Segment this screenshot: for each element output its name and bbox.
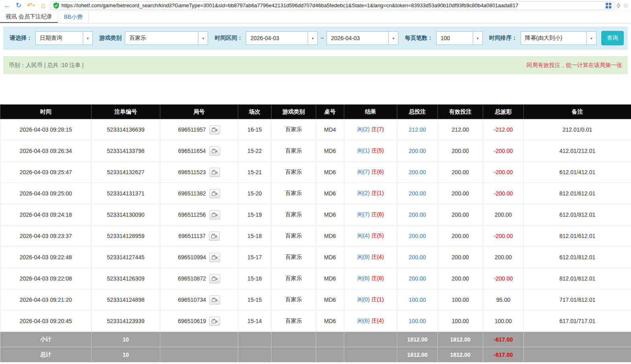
result-player: 闲(7) <box>357 211 370 218</box>
cell-total-bet[interactable]: 212.00 <box>397 119 438 140</box>
video-replay-button[interactable] <box>209 168 220 177</box>
video-replay-button[interactable] <box>209 232 220 241</box>
game-type-select[interactable]: 百家乐 ▾ <box>125 31 208 45</box>
result-player: 闲(7) <box>357 169 370 175</box>
cell-payout: -200.00 <box>483 162 524 183</box>
undo-dropdown-caret-icon[interactable]: ▾ <box>33 4 35 7</box>
cell-bet-id: 523314136639 <box>92 119 160 140</box>
cell-session: 16-15 <box>238 119 272 140</box>
cell-table-no: MD6 <box>316 204 344 226</box>
footer-cell-3 <box>238 347 272 362</box>
cell-time: 2026-04-03 09:21:20 <box>0 289 92 311</box>
header-total-bet: 总投注 <box>397 105 438 119</box>
cell-game-type: 百家乐 <box>272 140 316 162</box>
round-id-text: 696510734 <box>178 297 206 303</box>
round-id-text: 696511256 <box>178 211 206 218</box>
result-banker: 庄(5) <box>371 147 384 154</box>
page-size-select[interactable]: 100 ▾ <box>436 31 483 45</box>
cell-remark: 617.01/717.01 <box>524 311 631 332</box>
back-icon[interactable]: ← <box>2 1 12 10</box>
cell-total-bet[interactable]: 200.00 <box>397 204 438 226</box>
video-camera-icon <box>212 170 218 175</box>
cell-time: 2026-04-03 09:22:08 <box>0 268 92 289</box>
cell-valid-bet: 200.00 <box>438 247 483 268</box>
header-round-id: 局号 <box>160 105 238 119</box>
result-player: 闲(2) <box>357 126 370 132</box>
video-replay-button[interactable] <box>209 295 220 305</box>
qr-grid-icon[interactable] <box>606 3 611 8</box>
video-camera-icon <box>212 255 218 260</box>
bet-record-row: 2026-04-03 09:24:18523314130090696511256… <box>0 204 631 226</box>
security-shield-icon <box>53 2 59 9</box>
cell-result: 闲(9) 庄(4) <box>344 247 397 268</box>
grand-total-row: 总计101812.001812.00-617.00 <box>0 347 631 362</box>
bet-record-row: 2026-04-03 09:25:00523314131371696511382… <box>0 183 631 204</box>
tab-member-bet-records[interactable]: 视讯 会员下注纪录 <box>0 11 58 23</box>
cell-remark: 812.01/612.01 <box>524 268 631 289</box>
cell-bet-id: 523314132627 <box>92 162 160 183</box>
cell-total-bet[interactable]: 200.00 <box>397 140 438 162</box>
cell-total-bet[interactable]: 200.00 <box>397 162 438 183</box>
header-time: 时间 <box>0 105 92 119</box>
refresh-icon[interactable]: ↻ <box>14 1 23 10</box>
round-id-text: 696510872 <box>178 275 206 282</box>
date-from-select[interactable]: 2026-04-03 ▾ <box>246 31 318 45</box>
lightning-icon[interactable] <box>617 3 621 8</box>
video-camera-icon <box>211 234 217 239</box>
query-type-label: 请选择： <box>10 35 32 42</box>
tab-bb-tips[interactable]: BB小费 <box>58 11 89 23</box>
cell-game-type: 百家乐 <box>272 183 316 204</box>
subtotal-row: 小计101812.001812.00-617.00 <box>0 332 631 347</box>
cell-total-bet[interactable]: 200.00 <box>397 247 438 268</box>
video-replay-button[interactable] <box>209 210 220 220</box>
cell-remark: 612.01/412.01 <box>524 162 631 183</box>
cell-table-no: MD6 <box>316 183 344 204</box>
cell-bet-id: 523314131371 <box>92 183 160 204</box>
result-player: 闲(1) <box>357 147 370 154</box>
cell-remark: 612.01/812.01 <box>524 204 631 226</box>
round-id-text: 696510619 <box>178 318 206 324</box>
cell-valid-bet: 100.00 <box>438 289 483 311</box>
video-replay-button[interactable] <box>209 189 220 198</box>
cell-total-bet[interactable]: 200.00 <box>397 183 438 204</box>
video-replay-button[interactable] <box>209 146 220 156</box>
footer-cell-4 <box>272 332 316 347</box>
cell-session: 15-20 <box>238 183 272 204</box>
video-replay-button[interactable] <box>209 125 220 134</box>
result-banker: 庄(4) <box>371 317 384 324</box>
bookmark-star-icon[interactable]: ☆ <box>623 2 629 9</box>
chevron-down-icon: ▾ <box>586 32 596 45</box>
undo-arrow-icon[interactable]: ↶▾ <box>25 1 37 10</box>
search-button[interactable]: 查询 <box>601 31 624 45</box>
query-type-select[interactable]: 日期查询 ▾ <box>35 31 93 45</box>
browser-chrome: ← ↻ ↶▾ ⌂ https://iohetf.com/game/betreco… <box>0 0 631 11</box>
home-icon[interactable]: ⌂ <box>39 1 48 10</box>
cell-total-bet[interactable]: 100.00 <box>397 311 438 332</box>
cell-total-bet[interactable]: 200.00 <box>397 268 438 289</box>
video-camera-icon <box>212 212 218 218</box>
bet-record-row: 2026-04-03 09:21:20523314124898696510734… <box>0 289 631 311</box>
footer-cell-6 <box>344 347 397 362</box>
cell-payout: -200.00 <box>483 183 524 204</box>
game-type-value: 百家乐 <box>125 32 198 45</box>
video-replay-button[interactable] <box>209 274 220 283</box>
bet-record-row: 2026-04-03 09:25:47523314132627696511523… <box>0 162 631 183</box>
table-header-row: 时间 注单编号 局号 场次 游戏类别 桌号 结果 总投注 有效投注 总派彩 备注 <box>0 105 631 119</box>
cell-total-bet[interactable]: 200.00 <box>397 226 438 247</box>
sort-order-select[interactable]: 降幂(由大到小) ▾ <box>521 31 596 45</box>
date-to-select[interactable]: 2026-04-03 ▾ <box>327 31 398 45</box>
cell-round-id: 696510994 <box>160 247 238 268</box>
cell-bet-id: 523314126309 <box>92 268 160 289</box>
cell-total-bet[interactable]: 100.00 <box>397 289 438 311</box>
cell-payout: 95.00 <box>483 289 524 311</box>
address-bar[interactable]: https://iohetf.com/game/betrecord_search… <box>50 1 615 10</box>
same-round-notice: 同局有效投注，统一计算在该局第一张 <box>527 62 622 69</box>
video-replay-button[interactable] <box>209 253 220 262</box>
date-from-value: 2026-04-03 <box>246 32 308 45</box>
cell-game-type: 百家乐 <box>272 204 316 226</box>
video-replay-button[interactable] <box>209 317 220 326</box>
cell-time: 2026-04-03 09:26:34 <box>0 140 92 162</box>
url-text[interactable]: https://iohetf.com/game/betrecord_search… <box>61 2 603 8</box>
cell-bet-id: 523314127445 <box>92 247 160 268</box>
cell-valid-bet: 200.00 <box>438 268 483 289</box>
